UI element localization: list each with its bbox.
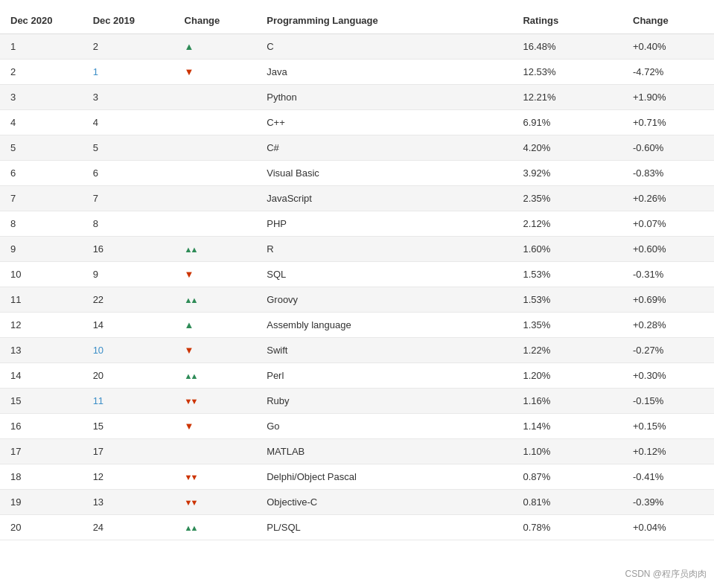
cell-dec2020: 10 bbox=[0, 262, 83, 287]
cell-language: JavaScript bbox=[256, 186, 512, 211]
cell-change-arrow bbox=[174, 414, 257, 439]
cell-dec2019: 14 bbox=[83, 313, 174, 338]
cell-dec2020: 19 bbox=[0, 490, 83, 515]
cell-change-arrow bbox=[174, 186, 257, 211]
header-chg: Change bbox=[622, 7, 714, 34]
cell-change-pct: -0.31% bbox=[622, 262, 714, 287]
cell-change-arrow bbox=[174, 34, 257, 60]
cell-ratings: 1.53% bbox=[512, 262, 622, 287]
arrow-double-up-icon bbox=[185, 370, 197, 381]
cell-ratings: 1.14% bbox=[512, 414, 622, 439]
cell-change-pct: +0.04% bbox=[622, 515, 714, 540]
arrow-double-up-icon bbox=[185, 522, 197, 533]
cell-language: Delphi/Object Pascal bbox=[256, 464, 512, 490]
arrow-up-icon bbox=[185, 41, 194, 52]
table-row: 88PHP2.12%+0.07% bbox=[0, 211, 714, 237]
cell-change-arrow bbox=[174, 211, 257, 237]
cell-dec2020: 9 bbox=[0, 237, 83, 262]
cell-change-arrow bbox=[174, 110, 257, 135]
cell-dec2020: 18 bbox=[0, 464, 83, 490]
cell-change-pct: +0.28% bbox=[622, 313, 714, 338]
cell-language: R bbox=[256, 237, 512, 262]
cell-ratings: 1.16% bbox=[512, 389, 622, 414]
cell-ratings: 12.53% bbox=[512, 60, 622, 85]
cell-ratings: 1.20% bbox=[512, 363, 622, 389]
cell-change-pct: +0.60% bbox=[622, 237, 714, 262]
cell-change-arrow bbox=[174, 338, 257, 363]
cell-dec2020: 7 bbox=[0, 186, 83, 211]
cell-dec2020: 8 bbox=[0, 211, 83, 237]
arrow-double-up-icon bbox=[185, 243, 197, 255]
table-row: 109SQL1.53%-0.31% bbox=[0, 262, 714, 287]
cell-change-arrow bbox=[174, 161, 257, 186]
cell-ratings: 0.81% bbox=[512, 490, 622, 515]
cell-change-pct: +0.71% bbox=[622, 110, 714, 135]
arrow-down-icon bbox=[185, 269, 194, 280]
cell-ratings: 2.12% bbox=[512, 211, 622, 237]
cell-dec2019: 8 bbox=[83, 211, 174, 237]
cell-change-arrow bbox=[174, 490, 257, 515]
cell-dec2019: 12 bbox=[83, 464, 174, 490]
cell-language: Assembly language bbox=[256, 313, 512, 338]
cell-dec2019: 15 bbox=[83, 414, 174, 439]
cell-change-arrow bbox=[174, 363, 257, 389]
cell-change-pct: +1.90% bbox=[622, 85, 714, 110]
header-dec2020: Dec 2020 bbox=[0, 7, 83, 34]
header-language: Programming Language bbox=[256, 7, 512, 34]
cell-ratings: 1.35% bbox=[512, 313, 622, 338]
table-container: Dec 2020 Dec 2019 Change Programming Lan… bbox=[0, 0, 714, 548]
header-dec2019: Dec 2019 bbox=[83, 7, 174, 34]
cell-change-arrow bbox=[174, 85, 257, 110]
cell-change-pct: +0.69% bbox=[622, 287, 714, 313]
cell-language: Go bbox=[256, 414, 512, 439]
cell-dec2019: 3 bbox=[83, 85, 174, 110]
table-row: 77JavaScript2.35%+0.26% bbox=[0, 186, 714, 211]
cell-dec2019: 5 bbox=[83, 135, 174, 161]
cell-change-arrow bbox=[174, 313, 257, 338]
arrow-down-icon bbox=[185, 66, 194, 77]
table-row: 21Java12.53%-4.72% bbox=[0, 60, 714, 85]
cell-dec2019: 20 bbox=[83, 363, 174, 389]
cell-ratings: 2.35% bbox=[512, 186, 622, 211]
cell-language: PL/SQL bbox=[256, 515, 512, 540]
arrow-double-up-icon bbox=[185, 294, 197, 305]
cell-language: C# bbox=[256, 135, 512, 161]
cell-language: PHP bbox=[256, 211, 512, 237]
table-row: 916R1.60%+0.60% bbox=[0, 237, 714, 262]
table-row: 1913Objective-C0.81%-0.39% bbox=[0, 490, 714, 515]
table-row: 2024PL/SQL0.78%+0.04% bbox=[0, 515, 714, 540]
arrow-double-down-icon bbox=[185, 496, 197, 508]
cell-ratings: 6.91% bbox=[512, 110, 622, 135]
table-row: 1717MATLAB1.10%+0.12% bbox=[0, 439, 714, 464]
cell-dec2020: 16 bbox=[0, 414, 83, 439]
cell-change-pct: +0.07% bbox=[622, 211, 714, 237]
cell-dec2019: 2 bbox=[83, 34, 174, 60]
cell-ratings: 0.78% bbox=[512, 515, 622, 540]
cell-change-pct: +0.30% bbox=[622, 363, 714, 389]
table-row: 66Visual Basic3.92%-0.83% bbox=[0, 161, 714, 186]
cell-change-arrow bbox=[174, 262, 257, 287]
table-header-row: Dec 2020 Dec 2019 Change Programming Lan… bbox=[0, 7, 714, 34]
cell-ratings: 1.22% bbox=[512, 338, 622, 363]
cell-ratings: 1.10% bbox=[512, 439, 622, 464]
table-row: 1420Perl1.20%+0.30% bbox=[0, 363, 714, 389]
cell-change-pct: -0.83% bbox=[622, 161, 714, 186]
cell-dec2019: 4 bbox=[83, 110, 174, 135]
cell-dec2019: 24 bbox=[83, 515, 174, 540]
cell-dec2020: 17 bbox=[0, 439, 83, 464]
cell-change-arrow bbox=[174, 287, 257, 313]
arrow-down-icon bbox=[185, 421, 194, 432]
table-row: 1812Delphi/Object Pascal0.87%-0.41% bbox=[0, 464, 714, 490]
cell-language: Java bbox=[256, 60, 512, 85]
table-row: 55C#4.20%-0.60% bbox=[0, 135, 714, 161]
table-row: 1615Go1.14%+0.15% bbox=[0, 414, 714, 439]
cell-ratings: 16.48% bbox=[512, 34, 622, 60]
cell-change-arrow bbox=[174, 135, 257, 161]
cell-dec2020: 1 bbox=[0, 34, 83, 60]
cell-dec2019: 6 bbox=[83, 161, 174, 186]
cell-change-pct: +0.15% bbox=[622, 414, 714, 439]
cell-dec2020: 11 bbox=[0, 287, 83, 313]
cell-dec2019: 16 bbox=[83, 237, 174, 262]
cell-dec2019: 22 bbox=[83, 287, 174, 313]
cell-ratings: 1.60% bbox=[512, 237, 622, 262]
